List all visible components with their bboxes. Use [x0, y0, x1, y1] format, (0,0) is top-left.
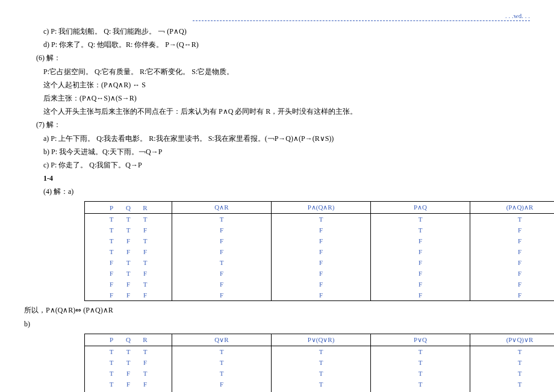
table-row: TFTTTTT: [85, 368, 555, 379]
table-cell: T: [272, 368, 371, 379]
table-cell: F: [470, 225, 555, 235]
cell-value: T: [120, 359, 137, 366]
table-cell: T: [272, 357, 371, 368]
table-cell: T: [272, 214, 371, 225]
text-line: c) P: 我们能划船。 Q: 我们能跑步。 ￢ (P∧Q): [43, 26, 530, 37]
table-cell: F: [272, 268, 371, 279]
cell-value: F: [120, 237, 137, 244]
table-row: FTTTTTT: [85, 390, 555, 392]
table-cell: T: [470, 357, 555, 368]
table-cell: F: [172, 379, 272, 390]
table-cell: T: [172, 257, 272, 268]
table-cell: TTT: [85, 214, 172, 225]
table-cell: F: [470, 246, 555, 257]
table-cell: F: [272, 290, 371, 301]
text-line: a) P: 上午下雨。 Q:我去看电影。 R:我在家里读书。 S:我在家里看报。…: [43, 133, 530, 145]
text-line: c) P: 你走了。 Q:我留下。Q→P: [43, 160, 530, 171]
cell-value: T: [137, 370, 154, 377]
table-cell: F: [470, 268, 555, 279]
table-header: (P∨Q)∨R: [470, 334, 555, 346]
table-header: Q∧R: [172, 202, 272, 214]
table-row: TTTTTTT: [85, 214, 555, 225]
table-cell: F: [371, 246, 470, 257]
table-cell: T: [470, 379, 555, 390]
table-cell: F: [172, 290, 272, 301]
cell-value: F: [137, 359, 154, 366]
table-cell: TTF: [85, 357, 172, 368]
cell-value: T: [103, 381, 120, 388]
table-cell: T: [272, 390, 371, 392]
cell-value: T: [103, 237, 120, 244]
table-row: TTTTTTT: [85, 346, 555, 357]
table-cell: F: [371, 257, 470, 268]
section-label: 1-4: [43, 173, 530, 184]
table-header: P∧(Q∧R): [272, 202, 371, 214]
text-line: 后来主张：(P∧Q↔S)∧(S→R): [43, 93, 530, 104]
table-cell: FFT: [85, 279, 172, 290]
table-cell: F: [172, 225, 272, 235]
table-row: TFTFFFF: [85, 235, 555, 246]
table-cell: TTT: [85, 346, 172, 357]
cell-value: T: [120, 348, 137, 355]
table-cell: F: [272, 279, 371, 290]
table-cell: T: [470, 346, 555, 357]
table-row: FTTTFFF: [85, 257, 555, 268]
table-cell: TFF: [85, 379, 172, 390]
table-cell: F: [470, 279, 555, 290]
cell-value: T: [137, 237, 154, 244]
table-row: TFFFTTT: [85, 379, 555, 390]
table-cell: FTT: [85, 390, 172, 392]
cell-value: T: [103, 359, 120, 366]
table-cell: F: [272, 246, 371, 257]
cell-value: T: [120, 216, 137, 223]
cell-value: T: [137, 259, 154, 266]
text-line: P:它占据空间。 Q:它有质量。 R:它不断变化。 S:它是物质。: [43, 66, 530, 78]
table-cell: F: [272, 235, 371, 246]
cell-value: T: [103, 370, 120, 377]
table-cell: FFF: [85, 290, 172, 301]
table-cell: F: [470, 290, 555, 301]
cell-value: T: [137, 216, 154, 223]
table-row: TTFFFTF: [85, 225, 555, 235]
table-row: FTFFFFF: [85, 268, 555, 279]
cell-value: F: [137, 291, 154, 299]
table-cell: T: [272, 346, 371, 357]
cell-value: F: [103, 259, 120, 266]
table-cell: T: [172, 346, 272, 357]
cell-value: F: [120, 370, 137, 377]
table-cell: TTF: [85, 225, 172, 235]
table-cell: F: [272, 257, 371, 268]
col-p: P: [103, 336, 120, 343]
text-line: d) P: 你来了。Q: 他唱歌。R: 你伴奏。 P→(Q↔R): [43, 39, 530, 51]
text-line: 这个人起初主张：(P∧Q∧R) ↔ S: [43, 79, 530, 91]
cell-value: F: [137, 381, 154, 388]
table-cell: F: [371, 235, 470, 246]
table-cell: F: [272, 225, 371, 235]
table-row: FFTFFFF: [85, 279, 555, 290]
table-cell: FTF: [85, 268, 172, 279]
table-header: Q∨R: [172, 334, 272, 346]
table-cell: T: [470, 390, 555, 392]
table-cell: T: [371, 368, 470, 379]
col-q: Q: [120, 204, 137, 211]
text-line: b): [24, 319, 530, 330]
table-cell: TFT: [85, 368, 172, 379]
table-cell: TFT: [85, 235, 172, 246]
table-cell: F: [172, 279, 272, 290]
table-cell: T: [172, 357, 272, 368]
table-row: FFFFFFF: [85, 290, 555, 301]
cell-value: F: [137, 248, 154, 255]
table-cell: T: [371, 346, 470, 357]
table-header: P∨Q: [371, 334, 470, 346]
cell-value: T: [103, 226, 120, 234]
table-row: TTFTTTT: [85, 357, 555, 368]
table-cell: F: [371, 268, 470, 279]
truth-table-b: PQR Q∨R P∨(Q∨R) P∨Q (P∨Q)∨R TTTTTTTTTFTT…: [84, 334, 554, 392]
table-cell: T: [172, 214, 272, 225]
table-cell: T: [371, 214, 470, 225]
table-header: T PQR: [85, 202, 172, 214]
cell-value: T: [103, 216, 120, 223]
cell-value: T: [137, 348, 154, 355]
table-header: P∨(Q∨R): [272, 334, 371, 346]
cell-value: F: [120, 291, 137, 299]
